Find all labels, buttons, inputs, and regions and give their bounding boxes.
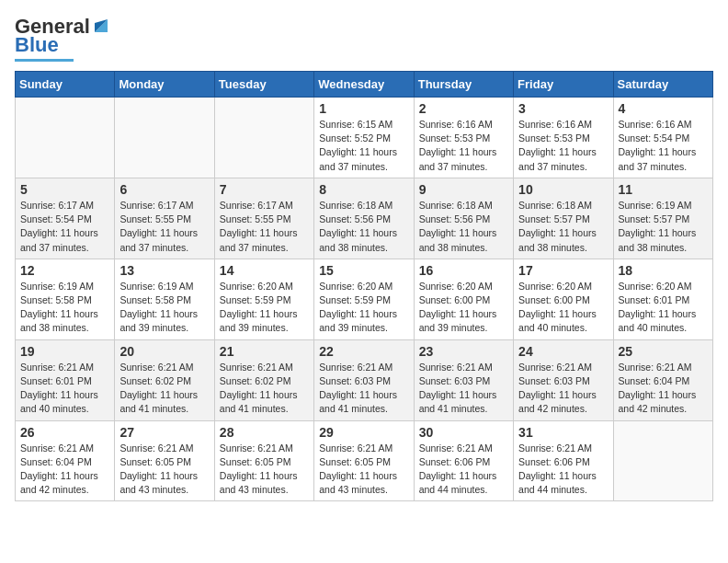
calendar-cell: 8Sunrise: 6:18 AM Sunset: 5:56 PM Daylig…: [314, 178, 414, 259]
day-number: 30: [419, 425, 508, 440]
calendar-cell: [115, 98, 214, 178]
day-info: Sunrise: 6:21 AM Sunset: 6:05 PM Dayligh…: [119, 442, 209, 498]
calendar-cell: 5Sunrise: 6:17 AM Sunset: 5:54 PM Daylig…: [16, 178, 115, 259]
day-number: 27: [119, 425, 209, 440]
day-number: 5: [20, 182, 109, 197]
calendar-cell: 22Sunrise: 6:21 AM Sunset: 6:03 PM Dayli…: [314, 339, 414, 420]
calendar-week-row: 12Sunrise: 6:19 AM Sunset: 5:58 PM Dayli…: [16, 259, 713, 339]
day-info: Sunrise: 6:17 AM Sunset: 5:55 PM Dayligh…: [220, 199, 309, 255]
calendar-cell: 6Sunrise: 6:17 AM Sunset: 5:55 PM Daylig…: [115, 178, 214, 259]
day-number: 13: [119, 263, 209, 278]
day-info: Sunrise: 6:20 AM Sunset: 5:59 PM Dayligh…: [220, 280, 309, 336]
calendar-cell: 26Sunrise: 6:21 AM Sunset: 6:04 PM Dayli…: [16, 420, 115, 501]
calendar-cell: 3Sunrise: 6:16 AM Sunset: 5:53 PM Daylig…: [514, 98, 613, 178]
calendar-cell: [16, 98, 115, 178]
calendar-cell: 30Sunrise: 6:21 AM Sunset: 6:06 PM Dayli…: [414, 420, 513, 501]
calendar-cell: [613, 420, 712, 501]
day-number: 29: [319, 425, 408, 440]
calendar-cell: 31Sunrise: 6:21 AM Sunset: 6:06 PM Dayli…: [514, 420, 613, 501]
day-info: Sunrise: 6:17 AM Sunset: 5:55 PM Dayligh…: [119, 199, 209, 255]
day-number: 12: [20, 263, 109, 278]
logo-arrow-icon: [91, 16, 111, 36]
weekday-header-monday: Monday: [115, 72, 214, 98]
day-info: Sunrise: 6:21 AM Sunset: 6:05 PM Dayligh…: [220, 442, 309, 498]
day-info: Sunrise: 6:20 AM Sunset: 6:00 PM Dayligh…: [419, 280, 508, 336]
day-number: 21: [220, 344, 309, 359]
weekday-header-sunday: Sunday: [16, 72, 115, 98]
calendar-cell: 23Sunrise: 6:21 AM Sunset: 6:03 PM Dayli…: [414, 339, 513, 420]
day-number: 1: [319, 101, 408, 116]
day-number: 23: [419, 344, 508, 359]
calendar-cell: 16Sunrise: 6:20 AM Sunset: 6:00 PM Dayli…: [414, 259, 513, 339]
day-number: 19: [20, 344, 109, 359]
day-info: Sunrise: 6:21 AM Sunset: 6:03 PM Dayligh…: [319, 361, 408, 417]
calendar-cell: 14Sunrise: 6:20 AM Sunset: 5:59 PM Dayli…: [214, 259, 313, 339]
day-info: Sunrise: 6:19 AM Sunset: 5:58 PM Dayligh…: [20, 280, 109, 336]
weekday-header-friday: Friday: [514, 72, 613, 98]
day-number: 25: [619, 344, 708, 359]
day-info: Sunrise: 6:21 AM Sunset: 6:04 PM Dayligh…: [619, 361, 708, 417]
day-info: Sunrise: 6:20 AM Sunset: 6:01 PM Dayligh…: [619, 280, 708, 336]
day-info: Sunrise: 6:21 AM Sunset: 6:02 PM Dayligh…: [119, 361, 209, 417]
day-number: 8: [319, 182, 408, 197]
day-number: 11: [619, 182, 708, 197]
calendar-week-row: 1Sunrise: 6:15 AM Sunset: 5:52 PM Daylig…: [16, 98, 713, 178]
day-info: Sunrise: 6:18 AM Sunset: 5:56 PM Dayligh…: [319, 199, 408, 255]
day-number: 17: [518, 263, 608, 278]
day-number: 22: [319, 344, 408, 359]
calendar-cell: 13Sunrise: 6:19 AM Sunset: 5:58 PM Dayli…: [115, 259, 214, 339]
calendar-cell: 1Sunrise: 6:15 AM Sunset: 5:52 PM Daylig…: [314, 98, 414, 178]
day-number: 31: [518, 425, 608, 440]
day-number: 6: [119, 182, 209, 197]
day-number: 4: [619, 101, 708, 116]
calendar-cell: 21Sunrise: 6:21 AM Sunset: 6:02 PM Dayli…: [214, 339, 313, 420]
day-info: Sunrise: 6:21 AM Sunset: 6:06 PM Dayligh…: [419, 442, 508, 498]
page-header: General Blue: [15, 15, 713, 62]
day-info: Sunrise: 6:21 AM Sunset: 6:03 PM Dayligh…: [419, 361, 508, 417]
calendar-cell: 15Sunrise: 6:20 AM Sunset: 5:59 PM Dayli…: [314, 259, 414, 339]
calendar-cell: 7Sunrise: 6:17 AM Sunset: 5:55 PM Daylig…: [214, 178, 313, 259]
day-info: Sunrise: 6:17 AM Sunset: 5:54 PM Dayligh…: [20, 199, 109, 255]
day-number: 7: [220, 182, 309, 197]
calendar-cell: 18Sunrise: 6:20 AM Sunset: 6:01 PM Dayli…: [613, 259, 712, 339]
calendar-cell: 4Sunrise: 6:16 AM Sunset: 5:54 PM Daylig…: [613, 98, 712, 178]
day-number: 26: [20, 425, 109, 440]
day-number: 20: [119, 344, 209, 359]
calendar-cell: 17Sunrise: 6:20 AM Sunset: 6:00 PM Dayli…: [514, 259, 613, 339]
day-number: 18: [619, 263, 708, 278]
day-info: Sunrise: 6:18 AM Sunset: 5:56 PM Dayligh…: [419, 199, 508, 255]
day-info: Sunrise: 6:19 AM Sunset: 5:57 PM Dayligh…: [619, 199, 708, 255]
day-info: Sunrise: 6:21 AM Sunset: 6:04 PM Dayligh…: [20, 442, 109, 498]
logo: General Blue: [15, 15, 111, 62]
day-info: Sunrise: 6:16 AM Sunset: 5:54 PM Dayligh…: [619, 118, 708, 174]
day-number: 3: [518, 101, 608, 116]
calendar-cell: 19Sunrise: 6:21 AM Sunset: 6:01 PM Dayli…: [16, 339, 115, 420]
calendar-week-row: 5Sunrise: 6:17 AM Sunset: 5:54 PM Daylig…: [16, 178, 713, 259]
calendar-week-row: 19Sunrise: 6:21 AM Sunset: 6:01 PM Dayli…: [16, 339, 713, 420]
day-info: Sunrise: 6:19 AM Sunset: 5:58 PM Dayligh…: [119, 280, 209, 336]
day-info: Sunrise: 6:21 AM Sunset: 6:03 PM Dayligh…: [518, 361, 608, 417]
day-number: 28: [220, 425, 309, 440]
calendar-cell: 25Sunrise: 6:21 AM Sunset: 6:04 PM Dayli…: [613, 339, 712, 420]
weekday-header-row: SundayMondayTuesdayWednesdayThursdayFrid…: [16, 72, 713, 98]
day-info: Sunrise: 6:21 AM Sunset: 6:02 PM Dayligh…: [220, 361, 309, 417]
day-info: Sunrise: 6:20 AM Sunset: 5:59 PM Dayligh…: [319, 280, 408, 336]
calendar-cell: [214, 98, 313, 178]
calendar-cell: 11Sunrise: 6:19 AM Sunset: 5:57 PM Dayli…: [613, 178, 712, 259]
day-number: 14: [220, 263, 309, 278]
day-info: Sunrise: 6:15 AM Sunset: 5:52 PM Dayligh…: [319, 118, 408, 174]
day-info: Sunrise: 6:18 AM Sunset: 5:57 PM Dayligh…: [518, 199, 608, 255]
calendar-cell: 10Sunrise: 6:18 AM Sunset: 5:57 PM Dayli…: [514, 178, 613, 259]
logo-underline: [15, 59, 74, 62]
day-number: 15: [319, 263, 408, 278]
weekday-header-saturday: Saturday: [613, 72, 712, 98]
day-info: Sunrise: 6:20 AM Sunset: 6:00 PM Dayligh…: [518, 280, 608, 336]
day-info: Sunrise: 6:21 AM Sunset: 6:05 PM Dayligh…: [319, 442, 408, 498]
calendar-week-row: 26Sunrise: 6:21 AM Sunset: 6:04 PM Dayli…: [16, 420, 713, 501]
day-number: 2: [419, 101, 508, 116]
weekday-header-tuesday: Tuesday: [214, 72, 313, 98]
calendar-cell: 20Sunrise: 6:21 AM Sunset: 6:02 PM Dayli…: [115, 339, 214, 420]
logo-blue: Blue: [15, 33, 59, 57]
calendar-cell: 24Sunrise: 6:21 AM Sunset: 6:03 PM Dayli…: [514, 339, 613, 420]
day-info: Sunrise: 6:21 AM Sunset: 6:01 PM Dayligh…: [20, 361, 109, 417]
